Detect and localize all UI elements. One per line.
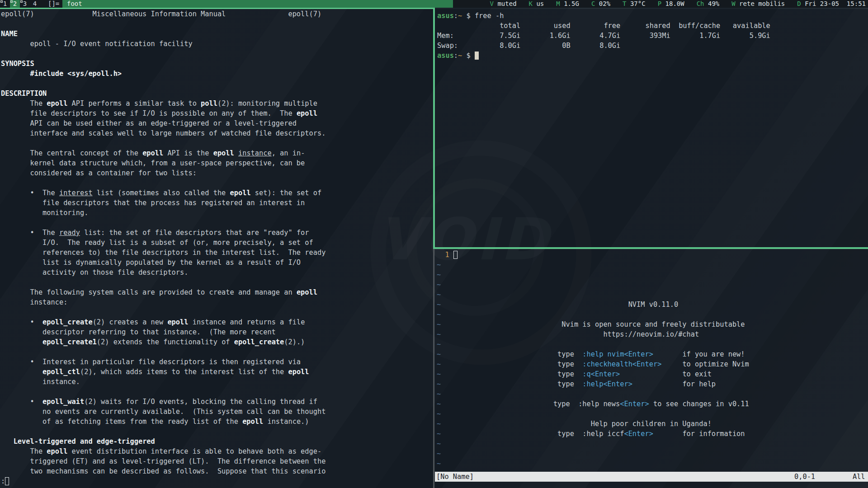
man-page-line: activity on those file descriptors.	[1, 267, 433, 277]
man-page-line: references to) the file descriptors in t…	[1, 248, 433, 258]
workspace-label: 1	[3, 0, 7, 7]
workspace-label: 4	[33, 0, 37, 7]
status-item-P: P 18.0W	[658, 0, 684, 8]
status-item-value: Fri 23-05 15:51	[801, 0, 866, 7]
status-item-key: W	[731, 0, 735, 7]
desktop: VOID 1234 []= foot V mutedK usM 1.5GC 02…	[0, 0, 868, 488]
nvim-empty-line: ~	[437, 339, 868, 349]
workspace-label: 2	[13, 0, 17, 7]
shell-prompt-line: asus:~ $ free -h	[437, 11, 868, 21]
nvim-intro-line: ~ type :help news<Enter> to see changes …	[437, 399, 868, 409]
pager-command-line: :	[1, 476, 433, 486]
man-page-line: The epoll API performs a similar task to…	[1, 99, 433, 108]
nvim-intro-line: ~ NVIM v0.11.0	[437, 300, 868, 310]
status-item-value: 1.5G	[560, 0, 579, 7]
workspace-button-2[interactable]: 2	[10, 0, 20, 8]
nvim-empty-line: ~	[437, 310, 868, 319]
man-page-line: API can be used either as an edge-trigge…	[1, 118, 433, 128]
man-page-line	[1, 277, 433, 287]
man-page-line: epoll_create1(2) extends the functionali…	[1, 337, 433, 347]
man-page-line: kernel data structure which, from a user…	[1, 158, 433, 168]
nvim-intro-line: ~ type :help<Enter> for help	[437, 379, 868, 389]
status-item-value: muted	[494, 0, 517, 7]
workspace-occupied-marker	[0, 0, 3, 3]
workspace-occupied-marker	[10, 0, 13, 3]
man-page-line: Level-triggered and edge-triggered	[1, 436, 433, 446]
man-page-line: two mechanisms can be described as follo…	[1, 466, 433, 476]
man-page-line: epoll(7) Miscellaneous Information Manua…	[1, 9, 433, 19]
focused-window-left-border	[433, 8, 435, 249]
status-item-key: Ch	[697, 0, 704, 7]
nvim-empty-line: ~	[437, 290, 868, 300]
man-page-line: descriptor referring to that instance. (…	[1, 327, 433, 337]
status-item-T: T 37°C	[623, 0, 646, 8]
workspace-list: 1234	[0, 0, 40, 8]
man-page-line: epoll_ctl(2), which adds items to the in…	[1, 367, 433, 377]
nvim-intro-line: ~ type :help nvim<Enter> if you are new!	[437, 349, 868, 359]
man-page-line: no events are currently available. (This…	[1, 407, 433, 417]
workspace-button-1[interactable]: 1	[0, 0, 10, 8]
layout-symbol[interactable]: []=	[48, 0, 62, 8]
man-page-line	[1, 138, 433, 148]
man-page-line	[1, 218, 433, 228]
man-page-line	[1, 178, 433, 188]
man-page-line: The epoll event distribution interface i…	[1, 446, 433, 456]
man-page-line: instance.	[1, 377, 433, 387]
status-item-key: T	[623, 0, 626, 7]
nvim-empty-line: ~	[437, 389, 868, 399]
nvim-intro-line: ~ Nvim is open source and freely distrib…	[437, 319, 868, 329]
man-page-line	[1, 49, 433, 59]
man-page-line: file descriptors to see if I/O is possib…	[1, 108, 433, 118]
man-page-line: • epoll_wait(2) waits for I/O events, bl…	[1, 397, 433, 407]
man-page-line: monitoring.	[1, 208, 433, 218]
nvim-intro-line: ~ https://neovim.io/#chat	[437, 329, 868, 339]
status-item-V: V muted	[490, 0, 517, 8]
status-item-key: D	[797, 0, 801, 7]
free-output-line: total used free shared buff/cache availa…	[437, 21, 868, 31]
status-item-value: 18.0W	[661, 0, 684, 7]
man-page-terminal[interactable]: epoll(7) Miscellaneous Information Manua…	[0, 8, 433, 488]
nvim-intro-line: ~ type :q<Enter> to exit	[437, 369, 868, 379]
man-page-line	[1, 19, 433, 29]
man-page-line: The following system calls are provided …	[1, 287, 433, 297]
man-page-line: #include <sys/epoll.h>	[1, 69, 433, 79]
workspace-label: 3	[23, 0, 27, 7]
man-page-line: of as fetching items from the ready list…	[1, 417, 433, 427]
man-page-line: • The interest list (sometimes also call…	[1, 188, 433, 198]
workspace-button-3[interactable]: 3	[20, 0, 30, 8]
nvim-empty-line: ~	[437, 439, 868, 449]
man-page-line: • The ready list: the set of file descri…	[1, 228, 433, 238]
nvim-empty-line: ~	[437, 270, 868, 280]
status-item-M: M 1.5G	[556, 0, 579, 8]
man-page-line	[1, 79, 433, 89]
status-bar: 1234 []= foot V mutedK usM 1.5GC 02%T 37…	[0, 0, 868, 8]
status-item-value: rete mobilis	[736, 0, 785, 7]
workspace-occupied-marker	[20, 0, 23, 3]
free-output-line: Swap: 8.0Gi 0B 8.0Gi	[437, 41, 868, 51]
status-item-value: us	[533, 0, 544, 7]
man-page-line: I/O. The ready list is a subset of (or, …	[1, 238, 433, 248]
status-item-value: 49%	[704, 0, 720, 7]
workspace-button-4[interactable]: 4	[30, 0, 40, 8]
nvim-empty-line: ~	[437, 409, 868, 419]
man-page-line: epoll - I/O event notification facility	[1, 39, 433, 49]
nvim-window[interactable]: 1 ~~~~~ NVIM v0.11.0~~ Nvim is open sour…	[435, 249, 868, 488]
nvim-empty-line: ~	[437, 459, 868, 469]
shell-terminal[interactable]: asus:~ $ free -h total used free shared …	[435, 9, 868, 247]
status-item-value: 37°C	[627, 0, 646, 7]
man-page-line: list is dynamically populated by the ker…	[1, 258, 433, 267]
status-item-Ch: Ch 49%	[697, 0, 720, 8]
man-page-line: NAME	[1, 29, 433, 39]
nvim-buffer: 1 ~~~~~ NVIM v0.11.0~~ Nvim is open sour…	[437, 250, 868, 469]
man-page-line	[1, 307, 433, 317]
free-output-line: Mem: 7.5Gi 1.6Gi 4.7Gi 393Mi 1.7Gi 5.9Gi	[437, 31, 868, 41]
status-item-key: P	[658, 0, 661, 7]
man-page-line: SYNOPSIS	[1, 59, 433, 69]
status-item-D: D Fri 23-05 15:51	[797, 0, 866, 8]
man-page-line: considered as a container for two lists:	[1, 168, 433, 178]
hollow-cursor	[453, 251, 458, 259]
man-page-line: The central concept of the epoll API is …	[1, 148, 433, 158]
status-item-value: 02%	[595, 0, 610, 7]
status-modules: V mutedK usM 1.5GC 02%T 37°CP 18.0WCh 49…	[490, 0, 868, 8]
nvim-statusline: [No Name] 0,0-1 All	[435, 472, 868, 482]
